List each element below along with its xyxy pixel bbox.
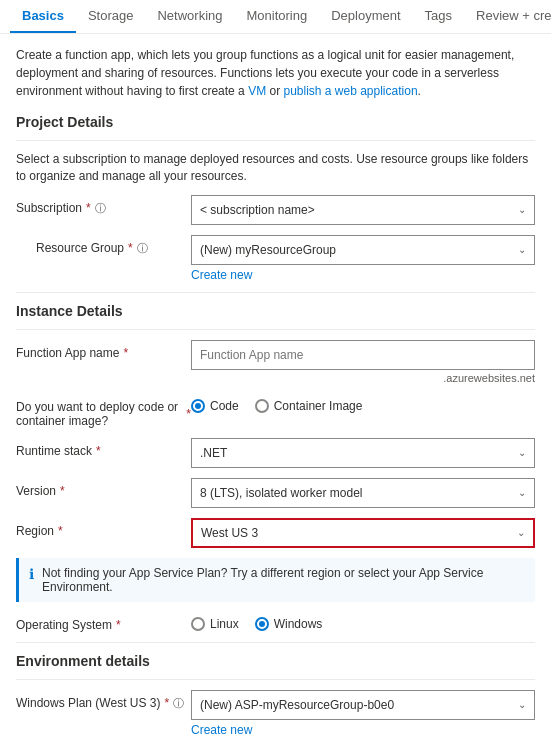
runtime-chevron-icon: ⌄ xyxy=(518,447,526,458)
instance-details-title: Instance Details xyxy=(16,303,535,319)
resource-group-row: Resource Group * ⓘ (New) myResourceGroup… xyxy=(16,235,535,282)
region-info-box: ℹ Not finding your App Service Plan? Try… xyxy=(16,558,535,602)
subscription-row: Subscription * ⓘ < subscription name> ⌄ xyxy=(16,195,535,225)
function-app-name-control: .azurewebsites.net xyxy=(191,340,535,384)
region-row: Region * West US 3 ⌄ xyxy=(16,518,535,548)
runtime-stack-label: Runtime stack * xyxy=(16,438,191,458)
function-app-name-row: Function App name * .azurewebsites.net xyxy=(16,340,535,384)
subscription-chevron-icon: ⌄ xyxy=(518,204,526,215)
region-chevron-icon: ⌄ xyxy=(517,527,525,538)
region-control: West US 3 ⌄ xyxy=(191,518,535,548)
domain-suffix: .azurewebsites.net xyxy=(191,372,535,384)
container-radio-option[interactable]: Container Image xyxy=(255,399,363,413)
project-details-title: Project Details xyxy=(16,114,535,130)
windows-plan-create-new-link[interactable]: Create new xyxy=(191,723,252,737)
windows-radio-option[interactable]: Windows xyxy=(255,617,323,631)
linux-radio-icon xyxy=(191,617,205,631)
deploy-type-label: Do you want to deploy code or container … xyxy=(16,394,191,428)
version-row: Version * 8 (LTS), isolated worker model… xyxy=(16,478,535,508)
main-content: Create a function app, which lets you gr… xyxy=(0,34,551,743)
tab-review-create[interactable]: Review + create xyxy=(464,0,551,33)
function-app-name-label: Function App name * xyxy=(16,340,191,360)
windows-plan-info-icon[interactable]: ⓘ xyxy=(173,696,184,711)
deploy-type-control: Code Container Image xyxy=(191,394,535,413)
runtime-stack-control: .NET ⌄ xyxy=(191,438,535,468)
linux-radio-option[interactable]: Linux xyxy=(191,617,239,631)
windows-plan-control: (New) ASP-myResourceGroup-b0e0 ⌄ Create … xyxy=(191,690,535,737)
version-dropdown[interactable]: 8 (LTS), isolated worker model ⌄ xyxy=(191,478,535,508)
windows-plan-row: Windows Plan (West US 3) * ⓘ (New) ASP-m… xyxy=(16,690,535,737)
code-radio-icon xyxy=(191,399,205,413)
runtime-stack-dropdown[interactable]: .NET ⌄ xyxy=(191,438,535,468)
page-description: Create a function app, which lets you gr… xyxy=(16,46,535,100)
environment-details-title: Environment details xyxy=(16,653,535,669)
subscription-info-icon[interactable]: ⓘ xyxy=(95,201,106,216)
tab-monitoring[interactable]: Monitoring xyxy=(235,0,320,33)
project-details-desc: Select a subscription to manage deployed… xyxy=(16,151,535,185)
deploy-type-row: Do you want to deploy code or container … xyxy=(16,394,535,428)
tab-basics[interactable]: Basics xyxy=(10,0,76,33)
subscription-label: Subscription * ⓘ xyxy=(16,195,191,216)
tab-storage[interactable]: Storage xyxy=(76,0,146,33)
resource-group-dropdown[interactable]: (New) myResourceGroup ⌄ xyxy=(191,235,535,265)
windows-plan-label: Windows Plan (West US 3) * ⓘ xyxy=(16,690,191,711)
tab-deployment[interactable]: Deployment xyxy=(319,0,412,33)
resource-group-chevron-icon: ⌄ xyxy=(518,244,526,255)
version-chevron-icon: ⌄ xyxy=(518,487,526,498)
resource-group-create-new-link[interactable]: Create new xyxy=(191,268,252,282)
publish-link[interactable]: publish a web application xyxy=(283,84,417,98)
os-control: Linux Windows xyxy=(191,612,535,631)
tab-tags[interactable]: Tags xyxy=(413,0,464,33)
subscription-control: < subscription name> ⌄ xyxy=(191,195,535,225)
windows-plan-chevron-icon: ⌄ xyxy=(518,699,526,710)
info-circle-icon: ℹ xyxy=(29,566,34,582)
os-row: Operating System * Linux Windows xyxy=(16,612,535,632)
version-label: Version * xyxy=(16,478,191,498)
container-radio-icon xyxy=(255,399,269,413)
region-label: Region * xyxy=(16,518,191,538)
resource-group-info-icon[interactable]: ⓘ xyxy=(137,241,148,256)
os-label: Operating System * xyxy=(16,612,191,632)
code-radio-option[interactable]: Code xyxy=(191,399,239,413)
vm-link[interactable]: VM xyxy=(248,84,266,98)
windows-plan-dropdown[interactable]: (New) ASP-myResourceGroup-b0e0 ⌄ xyxy=(191,690,535,720)
runtime-stack-row: Runtime stack * .NET ⌄ xyxy=(16,438,535,468)
resource-group-label: Resource Group * ⓘ xyxy=(16,235,191,256)
region-dropdown[interactable]: West US 3 ⌄ xyxy=(191,518,535,548)
function-app-name-input[interactable] xyxy=(191,340,535,370)
tab-bar: Basics Storage Networking Monitoring Dep… xyxy=(0,0,551,34)
resource-group-control: (New) myResourceGroup ⌄ Create new xyxy=(191,235,535,282)
subscription-dropdown[interactable]: < subscription name> ⌄ xyxy=(191,195,535,225)
version-control: 8 (LTS), isolated worker model ⌄ xyxy=(191,478,535,508)
tab-networking[interactable]: Networking xyxy=(145,0,234,33)
windows-radio-icon xyxy=(255,617,269,631)
